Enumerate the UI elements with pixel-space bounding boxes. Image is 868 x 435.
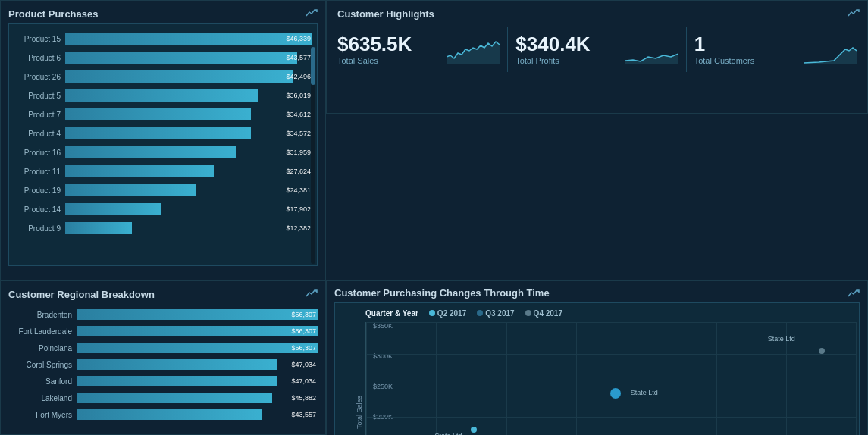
product-bar-value: $31,959 [286,149,311,156]
highlights-row: $635.5K Total Sales $340.4K Total Profit… [337,27,857,72]
y-axis-title: Total Sales [356,395,363,428]
product-bar-value: $34,612 [286,111,311,118]
product-bar-row: Product 16 $31,959 [14,144,312,161]
customer-highlights-panel: Customer Highlights $635.5K Total Sales … [326,0,868,114]
product-bar-row: Product 19 $24,381 [14,182,312,199]
product-label: Product 6 [14,54,65,62]
scatter-label-q2: State Ltd [434,432,462,435]
product-bar-value: $34,572 [286,130,311,137]
scatter-dot-q3 [610,388,621,399]
product-label: Product 11 [14,167,65,176]
regional-bar-fill [77,409,262,420]
product-bar-row: Product 5 $36,019 [14,87,312,104]
regional-bar-chart: Bradenton $56,307 Fort Lauderdale $56,30… [8,307,318,422]
customer-purchasing-title: Customer Purchasing Changes Through Time [334,287,550,299]
regional-label: Lakeland [8,394,77,402]
product-bar-row: Product 11 $27,624 [14,163,312,180]
total-sales-value: $635.5K [337,33,412,55]
product-bar-value: $17,902 [286,205,311,213]
customer-regional-title: Customer Regional Breakdown [8,289,155,300]
scatter-wrapper: $350K $300K $250K $200K $150K $100K Tota… [365,322,856,435]
total-sales-item: $635.5K Total Sales [337,33,439,66]
regional-bar-outer: $45,882 [77,393,318,403]
regional-bar-row: Poinciana $56,307 [8,340,318,355]
regional-bar-value: $56,307 [291,311,316,318]
product-bar-value: $46,339 [286,35,311,42]
product-scrollbar[interactable] [311,47,315,264]
regional-bar-row: Sanford $47,034 [8,374,318,389]
regional-bar-outer: $56,307 [77,343,318,353]
product-label: Product 5 [14,92,65,100]
total-profits-item: $340.4K Total Profits [515,33,617,66]
legend-title: Quarter & Year [365,309,418,318]
customer-purchasing-icon [848,287,860,302]
regional-bar-value: $43,557 [291,411,316,418]
total-sales-sparkline [447,34,500,64]
regional-bar-value: $56,307 [291,344,316,352]
scatter-area: Total Sales [365,322,856,435]
product-bar-fill [65,33,312,45]
regional-label: Poinciana [8,344,77,352]
regional-bar-outer: $56,307 [77,309,318,320]
product-bar-outer: $42,496 [65,70,312,83]
divider-2 [686,27,687,72]
regional-label: Fort Lauderdale [8,327,77,336]
legend-q2: Q2 2017 [429,309,466,318]
product-bar-outer: $43,577 [65,52,312,64]
regional-bar-row: Lakeland $45,882 [8,390,318,405]
regional-bar-outer: $43,557 [77,409,318,420]
divider-1 [507,27,508,72]
product-bar-chart: Product 15 $46,339 Product 6 $43,577 Pro… [14,30,312,236]
total-sales-label: Total Sales [337,56,378,65]
scatter-label-q4: State Ltd [768,335,795,343]
customer-highlights-icon [848,7,860,21]
product-bar-outer: $12,382 [65,222,312,234]
regional-bar-row: Coral Springs $47,034 [8,357,318,372]
regional-bar-value: $56,307 [291,327,316,335]
product-purchases-title: Product Purchases [8,8,99,20]
scatter-dot-q4 [819,348,825,354]
total-customers-sparkline [804,34,857,64]
product-bar-outer: $27,624 [65,165,312,177]
product-bar-outer: $34,612 [65,108,312,120]
regional-bar-value: $47,034 [291,361,316,368]
product-bar-fill [65,203,161,215]
regional-bar-fill [77,376,277,386]
dashboard: Product Purchases Product 15 $46,339 Pro… [0,0,868,435]
total-profits-value: $340.4K [515,33,590,55]
product-bar-value: $42,496 [286,73,311,80]
product-bar-outer: $34,572 [65,127,312,139]
regional-bar-fill [77,359,277,370]
product-bar-row: Product 7 $34,612 [14,106,312,123]
scatter-label-q3: State Ltd [631,389,658,396]
product-bar-fill [65,222,132,234]
product-bar-row: Product 4 $34,572 [14,125,312,142]
product-purchases-icon [306,7,318,21]
regional-label: Sanford [8,377,77,386]
product-bar-fill [65,146,236,158]
product-bar-value: $27,624 [286,167,311,175]
regional-label: Bradenton [8,311,77,319]
scatter-plot: State Ltd State Ltd State Ltd [365,322,856,435]
product-bar-outer: $17,902 [65,203,312,215]
regional-label: Fort Myers [8,411,77,419]
svg-marker-1 [625,54,678,64]
product-label: Product 4 [14,130,65,138]
product-bar-value: $43,577 [286,54,311,61]
product-label: Product 14 [14,205,65,214]
product-label: Product 7 [14,111,65,119]
total-customers-value: 1 [694,33,705,55]
product-bar-outer: $31,959 [65,146,312,158]
product-label: Product 16 [14,149,65,157]
legend-q4: Q4 2017 [525,309,562,318]
product-bar-fill [65,184,196,196]
regional-bar-fill [77,309,318,320]
product-bar-row: Product 6 $43,577 [14,49,312,66]
regional-bar-fill [77,326,318,336]
total-customers-item: 1 Total Customers [694,33,796,66]
product-bar-outer: $36,019 [65,89,312,102]
regional-bar-outer: $47,034 [77,376,318,386]
product-bar-outer: $46,339 [65,33,312,45]
product-bar-fill [65,70,293,83]
product-bar-fill [65,108,251,120]
